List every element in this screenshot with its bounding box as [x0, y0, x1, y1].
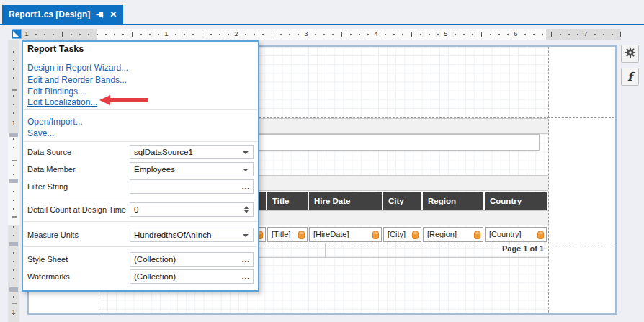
- field-expression: [Region]: [427, 230, 457, 238]
- link-edit-bindings[interactable]: Edit Bindings...: [27, 86, 85, 97]
- field-value: 0: [134, 205, 138, 214]
- link-design-in-report-wizard[interactable]: Design in Report Wizard...: [27, 63, 128, 73]
- smart-tag-gear-button[interactable]: [621, 45, 639, 63]
- report-select-corner[interactable]: [12, 29, 22, 39]
- separator: [24, 141, 257, 142]
- vertical-ruler: 11: [8, 40, 19, 322]
- table-detail-cell[interactable]: [Country]: [485, 227, 547, 242]
- link-edit-and-reorder-bands[interactable]: Edit and Reorder Bands...: [27, 75, 127, 85]
- field-expression: [Country]: [489, 230, 522, 238]
- field-value: (Collection): [134, 272, 176, 281]
- field-label: Data Source: [27, 148, 71, 156]
- link-open-import[interactable]: Open/Import...: [27, 117, 83, 127]
- field-value: (Collection): [134, 255, 176, 264]
- field-label: Watermarks: [27, 272, 70, 281]
- table-header-cell[interactable]: City: [383, 192, 421, 210]
- script-f-icon: f: [627, 70, 632, 84]
- tab-bar: Report1.cs [Design] ✕: [0, 0, 644, 24]
- pin-icon[interactable]: [96, 11, 104, 19]
- table-header-cell[interactable]: Country: [485, 192, 547, 210]
- page-info-element[interactable]: Page 1 of 1: [325, 244, 545, 256]
- table-header-cell[interactable]: Region: [423, 192, 483, 210]
- separator: [24, 221, 257, 222]
- data-member-dropdown[interactable]: Employees: [130, 162, 254, 176]
- table-detail-cell[interactable]: [City]: [383, 227, 421, 242]
- chevron-down-icon: [243, 169, 249, 171]
- chevron-down-icon: [243, 234, 249, 237]
- field-label: Measure Units: [27, 231, 79, 239]
- spinner-down-icon[interactable]: [244, 210, 249, 213]
- link-save[interactable]: Save...: [27, 128, 54, 138]
- scripts-button[interactable]: f: [621, 68, 639, 86]
- data-source-dropdown[interactable]: sqlDataSource1: [130, 145, 254, 159]
- field-value: sqlDataSource1: [134, 148, 193, 156]
- ellipsis-icon[interactable]: …: [241, 253, 250, 266]
- field-value: Employees: [134, 165, 175, 174]
- table-detail-cell[interactable]: [HireDate]: [309, 227, 382, 242]
- table-detail-cell[interactable]: [Region]: [423, 227, 483, 242]
- field-expression: [City]: [388, 230, 406, 238]
- ellipsis-icon[interactable]: …: [241, 180, 250, 193]
- watermarks-collection[interactable]: (Collection) …: [130, 269, 254, 284]
- separator: [24, 246, 257, 247]
- separator: [24, 109, 257, 110]
- data-field-icon: [412, 231, 419, 239]
- designer-window: Report1.cs [Design] ✕ 11234567 11: [0, 0, 644, 322]
- filter-string-input[interactable]: …: [130, 179, 254, 194]
- field-expression: [Title]: [272, 230, 291, 238]
- separator: [24, 197, 257, 197]
- horizontal-ruler: 11234567: [22, 29, 621, 40]
- report-tasks-panel: Report Tasks Design in Report Wizard... …: [22, 40, 259, 292]
- field-label: Detail Count at Design Time: [27, 205, 126, 214]
- close-icon[interactable]: ✕: [109, 10, 117, 19]
- right-margin-line[interactable]: [548, 47, 549, 313]
- panel-title: Report Tasks: [27, 44, 84, 54]
- arrow-head: [99, 95, 110, 105]
- annotation-arrow: [99, 95, 148, 105]
- detail-count-stepper[interactable]: 0: [130, 202, 254, 217]
- field-label: Filter String: [27, 182, 68, 191]
- field-value: HundredthsOfAnInch: [134, 231, 211, 239]
- table-header-cell[interactable]: Hire Date: [309, 192, 382, 210]
- link-edit-localization[interactable]: Edit Localization...: [27, 97, 97, 107]
- gear-icon: [625, 47, 636, 61]
- data-field-icon: [372, 231, 379, 239]
- style-sheet-collection[interactable]: (Collection) …: [130, 252, 254, 267]
- field-label: Data Member: [27, 165, 76, 174]
- left-margin-segment: [22, 29, 97, 40]
- table-detail-cell[interactable]: [Title]: [267, 227, 308, 242]
- field-label: Style Sheet: [27, 255, 68, 264]
- data-field-icon: [537, 231, 544, 239]
- arrow-tail: [109, 98, 148, 102]
- measure-units-dropdown[interactable]: HundredthsOfAnInch: [130, 228, 254, 242]
- spinner-up-icon[interactable]: [244, 206, 249, 209]
- document-tab[interactable]: Report1.cs [Design] ✕: [2, 5, 123, 24]
- chevron-down-icon: [243, 151, 249, 154]
- data-field-icon: [474, 231, 480, 239]
- table-header-cell[interactable]: Title: [267, 192, 308, 210]
- tab-title: Report1.cs [Design]: [9, 9, 90, 19]
- corner-triangle-icon: [13, 31, 19, 37]
- tab-underline: [0, 24, 644, 25]
- ellipsis-icon[interactable]: …: [241, 270, 250, 283]
- field-expression: [HireDate]: [313, 230, 349, 238]
- data-field-icon: [298, 231, 305, 239]
